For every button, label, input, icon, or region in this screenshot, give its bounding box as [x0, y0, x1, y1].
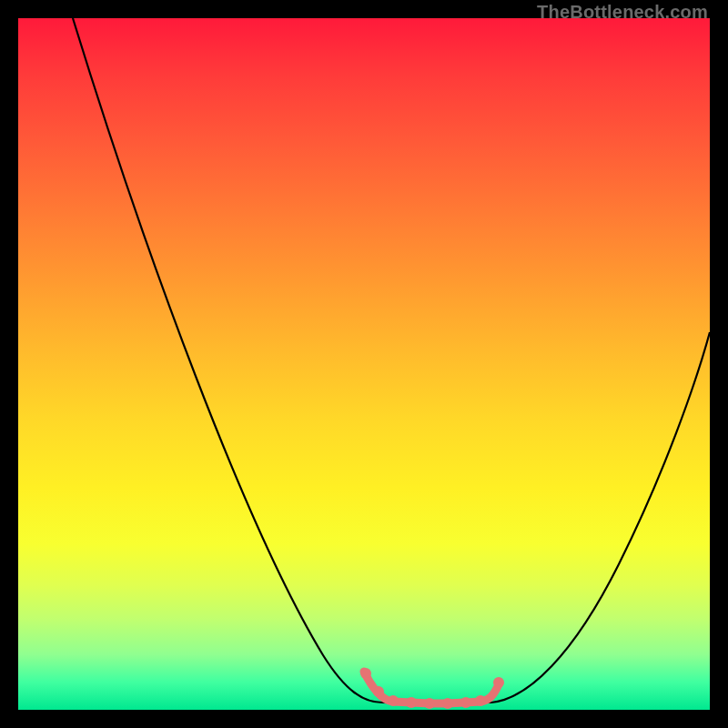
trough-dot	[475, 695, 486, 706]
trough-dot	[460, 697, 471, 708]
curve-right	[491, 332, 710, 703]
chart-container: TheBottleneck.com	[0, 0, 728, 728]
trough-dot	[388, 695, 399, 706]
trough-dot	[373, 686, 384, 697]
curve-left	[73, 18, 382, 703]
chart-svg	[18, 18, 710, 710]
trough-dot	[424, 698, 435, 709]
trough-dot	[360, 668, 371, 679]
trough-dot	[493, 677, 504, 688]
trough-dot	[406, 697, 417, 708]
trough-dot	[442, 698, 453, 709]
